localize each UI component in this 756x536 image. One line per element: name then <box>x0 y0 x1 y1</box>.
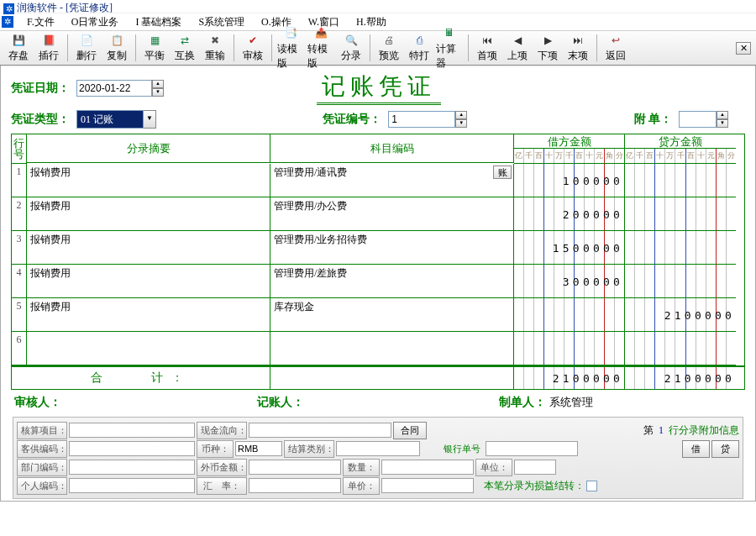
cashflow-label: 现金流向： <box>197 422 247 439</box>
row-debit[interactable]: 1500000 <box>514 231 625 265</box>
row-credit[interactable]: 2100000 <box>625 298 736 332</box>
tool-上项[interactable]: ◀上项 <box>504 33 531 63</box>
vendor-code-label: 客供编码： <box>17 440 67 458</box>
debit-button[interactable]: 借 <box>682 440 710 458</box>
row-abstract[interactable]: 报销费用 <box>27 197 270 231</box>
tool-返回[interactable]: ↩返回 <box>602 33 629 63</box>
voucher-type-combo[interactable]: 01 记账 <box>76 110 144 129</box>
price-input[interactable] <box>381 478 474 493</box>
row-subject[interactable]: 管理费用/办公费 <box>270 197 514 231</box>
tool-特打[interactable]: ⎙特打 <box>406 33 433 63</box>
tool-互换-icon: ⇄ <box>177 33 192 48</box>
tool-互换[interactable]: ⇄互换 <box>171 33 198 63</box>
subject-lookup-button[interactable]: 账 <box>493 166 512 179</box>
tool-审核-label: 审核 <box>243 49 263 63</box>
unit-label: 单位： <box>475 459 512 476</box>
att-up-icon[interactable]: ▲ <box>717 111 728 119</box>
entry-row[interactable]: 6 <box>12 332 744 365</box>
account-item-input[interactable] <box>69 423 195 438</box>
row-debit[interactable]: 200000 <box>514 197 625 231</box>
row-debit[interactable] <box>514 332 625 365</box>
row-abstract[interactable]: 报销费用 <box>27 164 270 197</box>
tool-重输[interactable]: ✖重输 <box>202 33 228 63</box>
voucher-body: 凭证日期： ▲▼ 记账凭证 凭证类型： 01 记账 ▼ 凭证编号： ▲▼ 附 单… <box>0 66 756 502</box>
bank-slip-input[interactable] <box>486 441 578 456</box>
vendor-code-input[interactable] <box>69 441 195 456</box>
bank-slip-label: 银行单号 <box>440 441 484 457</box>
tool-计算器[interactable]: 🖩计算器 <box>436 26 463 71</box>
credit-button[interactable]: 贷 <box>711 440 739 458</box>
tool-平衡[interactable]: ▦平衡 <box>141 33 168 63</box>
foreign-amount-input[interactable] <box>249 460 341 475</box>
person-code-label: 个人编码： <box>17 477 67 495</box>
row-subject[interactable]: 管理费用/通讯费账 <box>270 164 514 197</box>
pl-transfer-checkbox[interactable] <box>586 481 597 491</box>
toolbar-sep <box>135 34 136 61</box>
tool-转模版[interactable]: 📤转模版 <box>307 26 334 71</box>
tool-删行[interactable]: 📄删行 <box>73 33 100 63</box>
row-credit[interactable] <box>625 197 736 231</box>
seq-label: 凭证编号： <box>323 112 381 127</box>
voucher-date-input[interactable] <box>76 80 152 97</box>
currency-label: 币种： <box>197 440 234 458</box>
entry-row[interactable]: 3报销费用管理费用/业务招待费1500000 <box>12 231 744 265</box>
row-subject[interactable]: 管理费用/业务招待费 <box>270 231 514 265</box>
row-subject[interactable]: 库存现金 <box>270 298 514 332</box>
seq-up-icon[interactable]: ▲ <box>455 111 467 119</box>
seq-down-icon[interactable]: ▼ <box>455 119 467 128</box>
col-debit: 借方金额 亿千百十万千百十元角分 <box>514 134 625 164</box>
total-debit: 2100000 <box>514 367 625 389</box>
row-subject[interactable]: 管理费用/差旅费 <box>270 265 514 298</box>
tool-平衡-icon: ▦ <box>147 33 162 48</box>
row-abstract[interactable]: 报销费用 <box>27 298 270 332</box>
row-credit[interactable] <box>625 265 736 298</box>
voucher-seq-input[interactable] <box>388 111 455 128</box>
entry-row[interactable]: 4报销费用管理费用/差旅费300000 <box>12 265 744 298</box>
toolbar-sep <box>370 34 370 61</box>
tool-末项[interactable]: ⏭末项 <box>564 33 591 63</box>
row-subject[interactable] <box>270 332 514 365</box>
unit-input[interactable] <box>514 460 556 475</box>
person-code-input[interactable] <box>69 478 195 493</box>
tool-审核[interactable]: ✔审核 <box>239 33 266 63</box>
row-abstract[interactable]: 报销费用 <box>27 265 270 298</box>
tool-读模版[interactable]: 📑读模版 <box>277 26 304 71</box>
entry-row[interactable]: 2报销费用管理费用/办公费200000 <box>12 197 744 231</box>
mdi-close-button[interactable]: ✕ <box>736 42 751 55</box>
attachment-count-input[interactable] <box>679 111 717 128</box>
signer-row: 审核人： 记账人： 制单人：系统管理 <box>14 395 742 410</box>
tool-首项[interactable]: ⏮首项 <box>474 33 501 63</box>
row-debit[interactable]: 100000 <box>514 164 625 197</box>
rate-input[interactable] <box>249 478 341 493</box>
entry-row[interactable]: 5报销费用库存现金2100000 <box>12 298 744 332</box>
entry-row[interactable]: 1报销费用管理费用/通讯费账100000 <box>12 164 744 197</box>
settle-type-input[interactable] <box>336 441 420 456</box>
tool-复制-icon: 📋 <box>109 33 124 48</box>
currency-input[interactable] <box>235 441 282 456</box>
tool-预览[interactable]: 🖨预览 <box>375 33 402 63</box>
row-debit[interactable] <box>514 298 625 332</box>
tool-分录[interactable]: 🔍分录 <box>338 33 365 63</box>
row-abstract[interactable]: 报销费用 <box>27 231 270 265</box>
date-up-icon[interactable]: ▲ <box>152 80 164 88</box>
tool-预览-label: 预览 <box>379 49 399 63</box>
type-dropdown-icon[interactable]: ▼ <box>144 110 156 129</box>
contract-button[interactable]: 合同 <box>393 422 427 439</box>
row-credit[interactable] <box>625 332 736 365</box>
row-credit[interactable] <box>625 231 736 265</box>
row-credit[interactable] <box>625 164 736 197</box>
tool-计算器-label: 计算器 <box>436 42 463 71</box>
tool-下项[interactable]: ▶下项 <box>534 33 561 63</box>
row-abstract[interactable] <box>27 332 270 365</box>
tool-末项-icon: ⏭ <box>570 33 585 48</box>
qty-input[interactable] <box>381 460 474 475</box>
att-down-icon[interactable]: ▼ <box>717 119 728 128</box>
row-debit[interactable]: 300000 <box>514 265 625 298</box>
tool-重输-label: 重输 <box>205 49 225 63</box>
tool-插行[interactable]: 📕插行 <box>35 33 62 63</box>
cashflow-input[interactable] <box>249 423 391 438</box>
dept-code-input[interactable] <box>69 460 195 475</box>
tool-存盘[interactable]: 💾存盘 <box>5 33 32 63</box>
tool-复制[interactable]: 📋复制 <box>103 33 130 63</box>
date-down-icon[interactable]: ▼ <box>152 88 164 97</box>
